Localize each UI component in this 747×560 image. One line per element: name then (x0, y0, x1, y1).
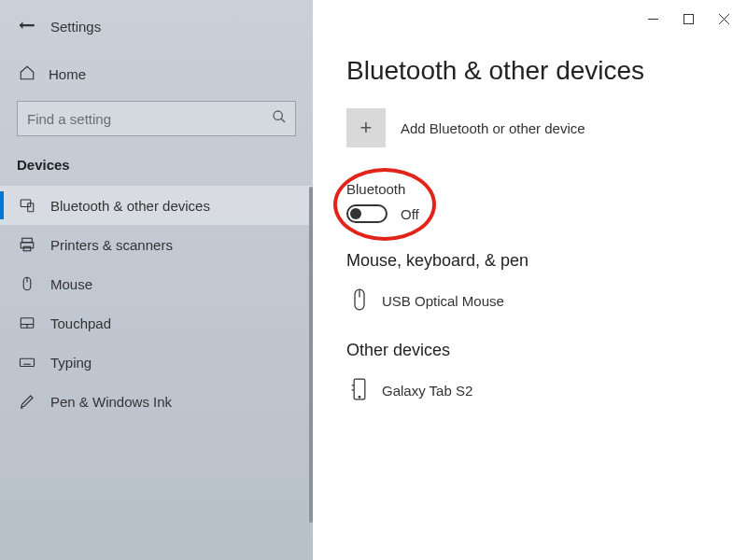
bluetooth-toggle-state: Off (401, 206, 419, 222)
main-content: Bluetooth & other devices + Add Bluetoot… (313, 0, 747, 560)
sidebar-item-label: Bluetooth & other devices (50, 198, 210, 214)
bluetooth-toggle[interactable] (346, 204, 388, 223)
home-icon (19, 64, 35, 84)
sidebar-item-typing[interactable]: Typing (0, 343, 313, 382)
group-heading: Mouse, keyboard, & pen (346, 251, 747, 271)
sidebar: 🠔 Settings Home Devices Bluetooth & othe… (0, 0, 313, 560)
mouse-icon (19, 275, 35, 292)
search-icon (272, 109, 287, 128)
sidebar-item-pen[interactable]: Pen & Windows Ink (0, 382, 313, 421)
sidebar-item-label: Pen & Windows Ink (50, 394, 172, 410)
svg-line-1 (281, 119, 285, 122)
device-group-mouse: Mouse, keyboard, & pen USB Optical Mouse (346, 251, 747, 341)
devices-icon (19, 197, 35, 214)
printer-icon (19, 236, 35, 253)
window-controls (635, 6, 741, 32)
sidebar-item-label: Mouse (50, 276, 92, 292)
minimize-button[interactable] (635, 6, 670, 32)
search-wrap (17, 101, 296, 136)
sidebar-item-label: Touchpad (50, 315, 111, 331)
maximize-button[interactable] (670, 6, 706, 32)
sidebar-home[interactable]: Home (0, 57, 313, 101)
svg-rect-6 (23, 246, 31, 251)
tablet-icon (350, 377, 369, 404)
touchpad-icon (19, 315, 35, 331)
add-device-button[interactable]: + Add Bluetooth or other device (346, 108, 747, 147)
toggle-knob (350, 208, 361, 219)
close-button[interactable] (706, 6, 741, 32)
sidebar-item-label: Printers & scanners (50, 237, 173, 253)
svg-point-0 (274, 111, 282, 119)
sidebar-item-mouse[interactable]: Mouse (0, 264, 313, 303)
svg-rect-12 (21, 358, 35, 366)
titlebar: 🠔 Settings (0, 17, 313, 57)
device-name: Galaxy Tab S2 (382, 383, 472, 399)
page-title: Bluetooth & other devices (346, 56, 747, 86)
svg-rect-19 (684, 14, 693, 23)
svg-rect-5 (21, 243, 34, 248)
device-group-other: Other devices Galaxy Tab S2 (346, 341, 747, 430)
sidebar-item-label: Typing (50, 355, 92, 371)
sidebar-section-label: Devices (0, 157, 313, 186)
search-input[interactable] (17, 101, 296, 136)
sidebar-home-label: Home (49, 66, 86, 82)
bluetooth-section: Bluetooth Off (346, 181, 747, 223)
device-row[interactable]: USB Optical Mouse (346, 284, 747, 341)
sidebar-item-printers[interactable]: Printers & scanners (0, 225, 313, 264)
svg-rect-4 (22, 238, 33, 243)
mouse-icon (350, 287, 369, 315)
pen-icon (19, 393, 35, 410)
window-title: Settings (50, 19, 101, 35)
bluetooth-label: Bluetooth (346, 181, 747, 197)
add-device-label: Add Bluetooth or other device (401, 120, 585, 136)
back-arrow-icon[interactable]: 🠔 (19, 17, 35, 36)
device-name: USB Optical Mouse (382, 293, 504, 309)
keyboard-icon (19, 354, 35, 371)
group-heading: Other devices (346, 341, 747, 360)
device-row[interactable]: Galaxy Tab S2 (346, 373, 747, 430)
plus-icon: + (346, 108, 386, 147)
svg-point-25 (359, 397, 360, 399)
sidebar-item-bluetooth[interactable]: Bluetooth & other devices (0, 186, 313, 225)
sidebar-item-touchpad[interactable]: Touchpad (0, 303, 313, 343)
